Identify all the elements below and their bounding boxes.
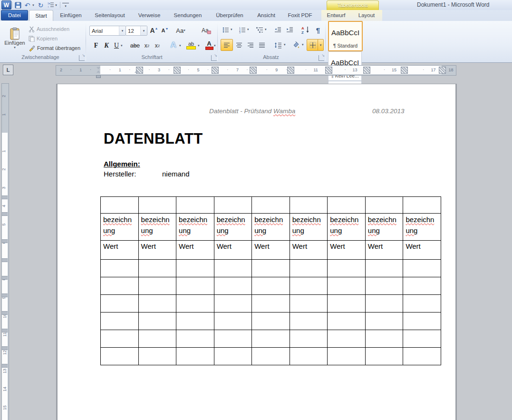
table-cell[interactable] — [328, 260, 366, 277]
table-row-marker[interactable] — [2, 276, 8, 280]
undo-button[interactable]: ↶ — [24, 1, 31, 9]
undo-dropdown-icon[interactable]: ▾ — [31, 1, 35, 9]
highlight-button[interactable]: ab — [184, 39, 198, 51]
table-cell[interactable] — [290, 277, 328, 295]
table-cell[interactable] — [403, 313, 441, 330]
shading-button[interactable] — [290, 39, 302, 51]
tab-entwurf[interactable]: Entwurf — [322, 10, 350, 20]
table-cell[interactable] — [328, 313, 366, 330]
text-effects-dropdown-icon[interactable]: ▾ — [179, 44, 181, 48]
justify-button[interactable] — [256, 39, 268, 51]
tab-verweise[interactable]: Verweise — [132, 10, 166, 20]
shading-dropdown-icon[interactable]: ▾ — [302, 43, 304, 47]
table-cell[interactable]: bezeichnung — [365, 214, 403, 241]
table-cell[interactable] — [290, 260, 328, 277]
table-cell[interactable] — [214, 295, 252, 313]
tab-datei[interactable]: Datei — [1, 10, 28, 20]
redo-button[interactable]: ↻ — [37, 1, 44, 9]
table-cell[interactable] — [176, 313, 214, 330]
table-cell[interactable] — [101, 260, 139, 277]
align-right-button[interactable] — [244, 39, 257, 51]
table-cell[interactable] — [176, 295, 214, 313]
customize-quick-access-icon[interactable]: ▾ — [62, 3, 69, 8]
numbering-dropdown-icon[interactable]: ▾ — [247, 28, 249, 31]
table-cell[interactable] — [138, 313, 176, 330]
table-cell[interactable] — [101, 295, 139, 313]
table-column-marker[interactable] — [401, 67, 408, 74]
horizontal-ruler[interactable]: 21135791113151718··················· — [56, 65, 456, 76]
table-cell[interactable] — [214, 260, 252, 277]
clipboard-dialog-launcher[interactable] — [79, 55, 85, 61]
table-cell[interactable]: Wert — [365, 241, 403, 260]
table-cell[interactable] — [290, 313, 328, 330]
table-cell[interactable]: bezeichnung — [403, 214, 441, 241]
line-spacing-dropdown-icon[interactable]: ▾ — [284, 43, 286, 47]
table-cell[interactable]: bezeichnung — [138, 214, 176, 241]
table-cell[interactable]: Wert — [138, 241, 176, 260]
sort-button[interactable]: A Z — [299, 24, 312, 36]
table-cell[interactable] — [290, 348, 328, 365]
table-cell[interactable] — [176, 348, 214, 365]
table-cell[interactable] — [252, 295, 290, 313]
italic-button[interactable]: K — [102, 40, 111, 51]
bullets-button[interactable] — [221, 25, 231, 35]
table-cell[interactable] — [176, 260, 214, 277]
tab-start[interactable]: Start — [29, 10, 53, 21]
table-cell[interactable] — [176, 197, 214, 214]
font-name-combo[interactable]: Arial▾ — [89, 26, 126, 36]
table-cell[interactable]: bezeichnung — [101, 214, 139, 241]
strikethrough-button[interactable]: abe — [128, 40, 142, 51]
multilevel-list-button[interactable] — [254, 25, 265, 35]
table-cell[interactable]: Wert — [214, 241, 252, 260]
tab-einfuegen[interactable]: Einfügen — [54, 10, 87, 20]
table-cell[interactable] — [101, 330, 139, 348]
right-indent-marker[interactable] — [135, 70, 138, 73]
table-cell[interactable] — [214, 348, 252, 365]
table-cell[interactable]: Wert — [290, 241, 328, 260]
grow-font-button[interactable]: A▲ — [148, 25, 160, 36]
numbering-button[interactable]: 123 — [237, 25, 248, 35]
table-cell[interactable] — [138, 197, 176, 214]
font-color-dropdown-icon[interactable]: ▾ — [214, 44, 216, 48]
table-cell[interactable] — [328, 330, 366, 348]
table-cell[interactable] — [328, 197, 366, 214]
table-cell[interactable]: bezeichnung — [328, 214, 366, 241]
table-cell[interactable] — [214, 330, 252, 348]
table-cell[interactable] — [101, 277, 139, 295]
table-cell[interactable]: Wert — [403, 241, 441, 260]
table-cell[interactable] — [290, 295, 328, 313]
table-cell[interactable]: Wert — [328, 241, 366, 260]
tab-ueberpruefen[interactable]: Überprüfen — [209, 10, 250, 20]
multilevel-dropdown-icon[interactable]: ▾ — [265, 28, 267, 31]
table-cell[interactable] — [365, 348, 403, 365]
table-row-marker[interactable] — [2, 258, 8, 262]
table-row-marker[interactable] — [2, 195, 8, 199]
clear-formatting-button[interactable]: Aa — [200, 25, 213, 36]
tab-seitenlayout[interactable]: Seitenlayout — [89, 10, 130, 20]
subscript-button[interactable]: x2 — [142, 40, 152, 51]
highlight-dropdown-icon[interactable]: ▾ — [198, 44, 200, 48]
table-cell[interactable] — [403, 330, 441, 348]
table-column-marker[interactable] — [174, 67, 181, 74]
tab-stop-selector[interactable]: L — [3, 65, 13, 75]
table-cell[interactable] — [138, 277, 176, 295]
table-cell[interactable]: bezeichnung — [252, 214, 290, 241]
table-cell[interactable] — [365, 313, 403, 330]
table-cell[interactable] — [365, 260, 403, 277]
table-cell[interactable] — [138, 348, 176, 365]
increase-indent-button[interactable] — [284, 25, 295, 35]
table-row-marker[interactable] — [2, 364, 8, 368]
left-indent-marker[interactable] — [96, 75, 101, 78]
table-cell[interactable] — [365, 295, 403, 313]
table-cell[interactable] — [252, 348, 290, 365]
table-row-marker[interactable] — [2, 239, 8, 243]
format-painter-button[interactable]: Format übertragen — [29, 44, 80, 52]
table-row-marker[interactable] — [2, 311, 8, 315]
first-line-indent-marker[interactable] — [97, 67, 100, 69]
vertical-ruler[interactable]: 21123456789101112131415 — [1, 83, 9, 420]
table-cell[interactable] — [365, 197, 403, 214]
table-column-marker[interactable] — [439, 67, 446, 74]
table-column-marker[interactable] — [250, 67, 257, 74]
table-cell[interactable] — [214, 313, 252, 330]
font-size-combo[interactable]: 12▾ — [126, 26, 147, 36]
